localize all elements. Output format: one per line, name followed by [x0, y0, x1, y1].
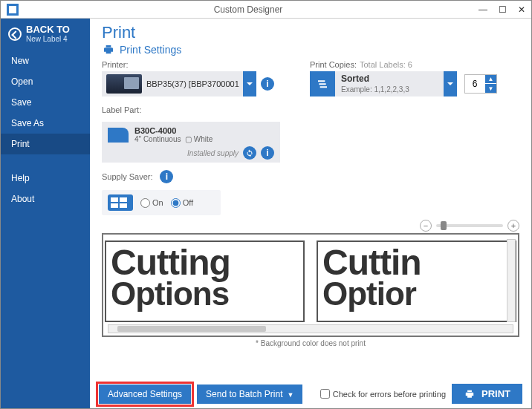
- close-button[interactable]: ✕: [512, 4, 531, 15]
- labelpart-info-icon[interactable]: i: [261, 146, 274, 160]
- supply-saver-icon: [108, 194, 133, 211]
- printer-info-icon[interactable]: i: [261, 77, 274, 91]
- supply-saver-info-icon[interactable]: i: [160, 170, 173, 183]
- zoom-slider[interactable]: [436, 224, 503, 227]
- print-icon: [464, 389, 476, 399]
- app-title: Custom Designer: [23, 4, 473, 15]
- preview-scroll-vertical[interactable]: [507, 239, 516, 322]
- app-icon: [7, 4, 19, 16]
- preview-label-1: Cutting Options: [105, 241, 305, 322]
- send-to-batch-button[interactable]: Send to Batch Print▼: [197, 385, 302, 404]
- content-area: Print Print Settings Printer: BBP35(37) …: [90, 19, 531, 408]
- labelpart-label: Label Part:: [102, 105, 280, 114]
- title-bar: Custom Designer — ☐ ✕: [1, 1, 531, 19]
- nav-new[interactable]: New: [1, 50, 90, 71]
- print-button[interactable]: PRINT: [452, 384, 522, 404]
- back-title: BACK TO: [26, 24, 70, 35]
- background-note: * Background color does not print: [102, 339, 519, 347]
- zoom-in-button[interactable]: +: [507, 220, 519, 232]
- copies-example: Example: 1,1,2,2,3,3: [341, 85, 409, 94]
- nav-about[interactable]: About: [1, 189, 90, 209]
- check-errors-checkbox[interactable]: Check for errors before printing: [320, 389, 446, 399]
- nav-print[interactable]: Print: [1, 134, 90, 154]
- preview-scroll-horizontal[interactable]: [108, 324, 513, 333]
- zoom-out-button[interactable]: −: [420, 220, 432, 232]
- nav-save-as[interactable]: Save As: [1, 113, 90, 134]
- copies-label: Print Copies:: [310, 60, 357, 69]
- sorted-icon: [310, 71, 335, 96]
- installed-supply-text: Installed supply: [187, 149, 239, 157]
- maximize-button[interactable]: ☐: [493, 4, 512, 15]
- back-subtitle: New Label 4: [26, 35, 70, 43]
- printer-image-icon: [106, 74, 142, 94]
- back-arrow-icon: [8, 27, 22, 41]
- supply-saver-label: Supply Saver:: [102, 172, 152, 181]
- printer-label: Printer:: [102, 60, 280, 69]
- print-preview: Cutting Options Cuttin Optior: [102, 233, 519, 337]
- total-labels: Total Labels: 6: [360, 60, 412, 69]
- copies-mode: Sorted: [341, 73, 369, 84]
- label-part-box: B30C-4000 4" Continuous ▢ White Installe…: [102, 122, 280, 163]
- copies-mode-select[interactable]: Sorted Example: 1,1,2,2,3,3: [310, 71, 444, 96]
- nav-save[interactable]: Save: [1, 92, 90, 113]
- label-part-color: White: [194, 135, 213, 143]
- sidebar: BACK TO New Label 4 New Open Save Save A…: [1, 19, 90, 408]
- minimize-button[interactable]: —: [473, 4, 493, 15]
- preview-label-2: Cuttin Optior: [317, 241, 516, 322]
- printer-name: BBP35(37) [BBP3700001: [146, 79, 239, 88]
- label-part-width: 4" Continuous: [134, 135, 181, 143]
- nav-open[interactable]: Open: [1, 71, 90, 92]
- supply-saver-on[interactable]: On: [140, 198, 163, 208]
- page-subtitle-row: Print Settings: [102, 44, 519, 56]
- printer-dropdown-button[interactable]: [243, 71, 256, 96]
- copies-input[interactable]: [465, 79, 484, 89]
- advanced-settings-button[interactable]: Advanced Settings: [99, 385, 191, 404]
- back-button[interactable]: BACK TO New Label 4: [1, 19, 90, 50]
- nav-help[interactable]: Help: [1, 168, 90, 189]
- label-roll-icon: [108, 128, 129, 143]
- supply-saver-off[interactable]: Off: [171, 198, 193, 208]
- label-part-number: B30C-4000: [134, 126, 176, 135]
- printer-select[interactable]: BBP35(37) [BBP3700001: [102, 71, 243, 96]
- page-title: Print: [102, 23, 519, 42]
- copies-dropdown-button[interactable]: [444, 71, 457, 96]
- printer-settings-icon: [102, 44, 115, 56]
- copies-spin-down[interactable]: ▼: [484, 84, 496, 93]
- page-subtitle: Print Settings: [120, 44, 181, 56]
- copies-spin-up[interactable]: ▲: [484, 75, 496, 84]
- refresh-supply-button[interactable]: [243, 146, 256, 160]
